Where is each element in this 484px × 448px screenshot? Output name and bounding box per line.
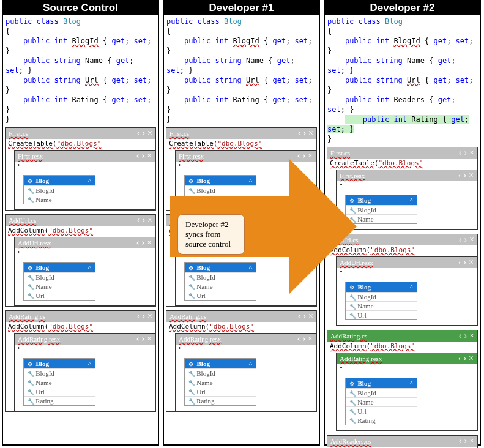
model-table: ⚙ Blog^BlogIdNameUrlRating (345, 378, 417, 425)
window-controls-icon[interactable]: ‹›× (137, 312, 152, 321)
cs-content: CreateTable("dbo.Blogs" (6, 139, 155, 148)
window-controls-icon[interactable]: ‹›× (459, 331, 474, 341)
window-controls-icon[interactable]: ‹›× (137, 215, 152, 225)
collapse-icon[interactable]: ^ (88, 264, 91, 271)
cs-content: AddColumn("dbo.Blogs" (6, 322, 155, 331)
table-field: Name (185, 378, 256, 387)
table-field: Name (346, 301, 417, 310)
resx-file-tab[interactable]: AddRating.resx‹›× (176, 334, 316, 345)
resx-file-tab[interactable]: AddRating.resx‹›× (337, 353, 477, 364)
table-field: Url (185, 387, 256, 396)
table-field: Url (24, 291, 95, 300)
collapse-icon[interactable]: ^ (249, 360, 252, 367)
resx-file-tab[interactable]: First.resx‹›× (337, 170, 477, 181)
resx-file-tab[interactable]: First.resx‹›× (15, 151, 155, 162)
migration-2: AddRating.cs‹›×AddColumn("dbo.Blogs"AddR… (166, 310, 317, 412)
code-block: public class Blog{ public int BlogId { g… (325, 15, 480, 146)
resx-file-tab[interactable]: AddUrl.resx‹›× (337, 257, 477, 268)
code-block: public class Blog{ public int BlogId { g… (164, 15, 319, 126)
cs-file-tab[interactable]: AddRating.cs‹›× (166, 311, 316, 322)
table-field: BlogId (24, 368, 95, 378)
window-controls-icon[interactable]: ‹›× (459, 436, 474, 446)
table-field: Name (24, 282, 95, 291)
collapse-icon[interactable]: ^ (410, 196, 413, 204)
cs-file-tab[interactable]: AddRating.cs‹›× (6, 311, 155, 322)
code-block: public class Blog{ public int BlogId { g… (3, 15, 158, 126)
window-controls-icon[interactable]: ‹›× (297, 334, 313, 344)
migration-2: AddRating.cs‹›×AddColumn("dbo.Blogs"AddR… (327, 330, 478, 431)
migration-1: AddUrl.cs‹›×AddColumn("dbo.Blogs"AddUrl.… (5, 214, 156, 307)
window-controls-icon[interactable]: ‹›× (458, 354, 474, 364)
model-table: ⚙ Blog^BlogIdNameUrlRating (184, 358, 256, 406)
migration-2: AddRating.cs‹›×AddColumn("dbo.Blogs"AddR… (5, 310, 156, 412)
collapse-icon[interactable]: ^ (88, 360, 91, 367)
cs-file-tab[interactable]: AddRating.cs‹›× (327, 330, 477, 342)
cs-file-tab[interactable]: AddUrl.cs‹›× (6, 215, 155, 226)
table-field: Name (346, 397, 417, 406)
collapse-icon[interactable]: ^ (410, 283, 413, 291)
window-controls-icon[interactable]: ‹›× (136, 238, 152, 248)
resx-file-tab[interactable]: AddUrl.resx‹›× (15, 237, 155, 248)
cs-content: AddColumn("dbo.Blogs" (327, 342, 477, 351)
table-field: Url (24, 387, 95, 396)
column-0: Source Controlpublic class Blog{ public … (2, 0, 159, 446)
table-field: BlogId (24, 185, 95, 195)
window-controls-icon[interactable]: ‹›× (458, 258, 474, 267)
table-field: Url (346, 310, 417, 319)
table-field: BlogId (346, 388, 417, 397)
migration-3: AddReaders.cs‹›×AddColumn("dbo.Blogs"Add… (327, 435, 478, 448)
cs-content: AddColumn("dbo.Blogs" (6, 226, 155, 235)
window-controls-icon[interactable]: ‹›× (137, 129, 152, 138)
window-controls-icon[interactable]: ‹›× (136, 151, 152, 161)
cs-file-tab[interactable]: First.cs‹›× (166, 128, 316, 139)
model-table: ⚙ Blog^BlogIdNameUrlRating (23, 358, 95, 406)
column-header: Developer #2 (325, 1, 480, 15)
table-field: Name (24, 195, 95, 204)
collapse-icon[interactable]: ^ (88, 177, 91, 184)
cs-file-tab[interactable]: First.cs‹›× (6, 128, 155, 139)
table-field: Rating (24, 396, 95, 405)
column-header: Developer #1 (164, 1, 319, 15)
table-field: Name (24, 378, 95, 387)
model-table: ⚙ Blog^BlogIdNameUrl (23, 262, 95, 301)
table-field: BlogId (24, 272, 95, 282)
window-controls-icon[interactable]: ‹›× (459, 235, 474, 245)
collapse-icon[interactable]: ^ (410, 379, 413, 387)
cs-content: AddColumn("dbo.Blogs" (166, 322, 316, 331)
cs-file-tab[interactable]: First.cs‹›× (327, 147, 477, 159)
window-controls-icon[interactable]: ‹›× (136, 334, 152, 344)
cs-content: CreateTable("dbo.Blogs" (166, 139, 316, 148)
window-controls-icon[interactable]: ‹›× (298, 129, 313, 138)
resx-file-tab[interactable]: AddRating.resx‹›× (15, 334, 155, 345)
arrow-label: Developer #2 syncs from source control (177, 214, 245, 255)
table-field: Rating (346, 416, 417, 425)
table-field: Url (346, 406, 417, 416)
column-header: Source Control (3, 1, 158, 15)
model-table: ⚙ Blog^BlogIdName (23, 175, 95, 204)
window-controls-icon[interactable]: ‹›× (458, 171, 474, 181)
window-controls-icon[interactable]: ‹›× (298, 312, 313, 321)
table-field: BlogId (185, 368, 256, 378)
table-field: Rating (185, 396, 256, 405)
cs-file-tab[interactable]: AddReaders.cs‹›× (327, 436, 477, 447)
migration-0: First.cs‹›×CreateTable("dbo.Blogs"First.… (5, 127, 156, 211)
window-controls-icon[interactable]: ‹›× (459, 148, 474, 158)
